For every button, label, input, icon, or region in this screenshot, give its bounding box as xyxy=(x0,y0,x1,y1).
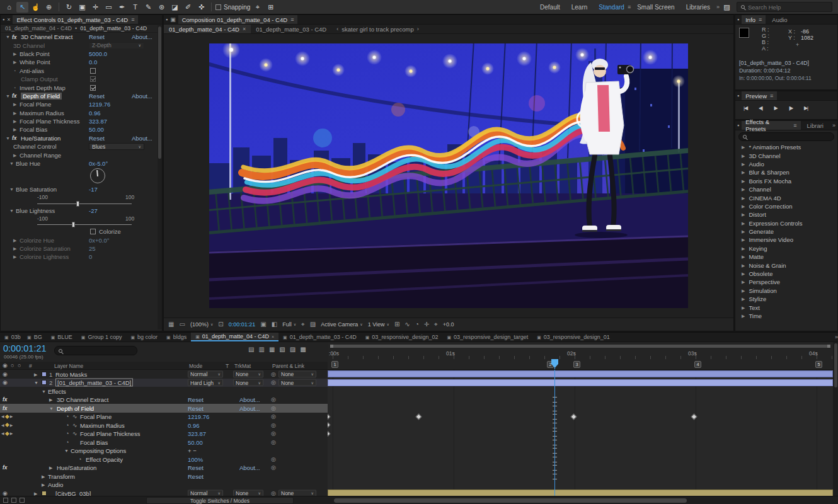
property-value[interactable]: 100% xyxy=(188,455,203,462)
lightness-slider[interactable] xyxy=(37,224,132,225)
twirl-right-icon[interactable]: ▶ xyxy=(742,179,745,183)
close-icon[interactable]: × xyxy=(243,26,246,32)
category-noise-grain[interactable]: ▶Noise & Grain xyxy=(735,261,837,269)
property-value[interactable]: 1219.76 xyxy=(89,101,110,108)
keyframe[interactable] xyxy=(328,413,330,420)
category-channel[interactable]: ▶Channel xyxy=(735,185,837,193)
timeline-tab[interactable]: ▣bg color xyxy=(126,333,162,341)
current-timecode[interactable]: 0:00:01:21 xyxy=(3,343,47,353)
panel-overflow-icon[interactable]: » xyxy=(832,123,835,129)
twirl-down-icon[interactable]: ▼ xyxy=(49,406,54,410)
comp-marker[interactable]: 3 xyxy=(573,361,580,368)
category-blur-sharpen[interactable]: ▶Blur & Sharpen xyxy=(735,168,837,176)
panel-menu-icon[interactable]: ≡ xyxy=(290,17,294,23)
number-column-header[interactable]: # xyxy=(29,363,32,369)
reset-link[interactable]: Reset xyxy=(89,33,105,40)
layer-name[interactable]: Roto Masks xyxy=(55,370,87,377)
nav-right-icon[interactable]: ▶ xyxy=(10,423,13,427)
keyframe[interactable] xyxy=(416,413,422,420)
zoom-tool-icon[interactable]: ⊕ xyxy=(43,2,55,13)
category-distort[interactable]: ▶Distort xyxy=(735,210,837,219)
eye-icon[interactable]: ◉ xyxy=(3,490,8,496)
comp-marker[interactable]: 5 xyxy=(815,361,822,368)
twirl-right-icon[interactable]: ▶ xyxy=(742,255,745,259)
snapshot-icon[interactable]: ▣ xyxy=(260,321,266,328)
close-icon[interactable]: × xyxy=(272,335,274,339)
property-name[interactable]: Focal Plane Thickness xyxy=(80,430,140,437)
previous-frame-icon[interactable]: ◀| xyxy=(755,105,766,111)
tab-info[interactable]: Info ≡ xyxy=(742,15,766,24)
invert-depth-map-checkbox[interactable] xyxy=(90,85,96,91)
fx-badge-icon[interactable]: fx xyxy=(12,135,21,141)
property-row[interactable]: ◔ Effect Opacity 100% ◎ xyxy=(0,455,328,464)
effect-property-row[interactable]: ▶ Focal Plane 1219.76 xyxy=(1,100,162,108)
time-ruler[interactable]: :00s 01s 02s 03s 04s 1 2 3 4 5 xyxy=(328,342,833,370)
puppet-pin-tool-icon[interactable]: ✜ xyxy=(195,2,207,13)
reset-link[interactable]: Reset xyxy=(89,93,105,100)
tab-composition[interactable]: Composition 01_depth_matte_04 - C4D ≡ xyxy=(178,15,298,24)
stopwatch-icon[interactable]: ◔ xyxy=(66,439,69,445)
workspace-libraries[interactable]: Libraries xyxy=(686,4,710,11)
fast-previews-icon[interactable]: ∿ xyxy=(405,321,410,328)
channel-control-dropdown[interactable]: Blues∨ xyxy=(89,143,144,150)
keyframe[interactable] xyxy=(328,422,330,428)
category-matte[interactable]: ▶Matte xyxy=(735,253,837,261)
twirl-right-icon[interactable]: ▶ xyxy=(34,372,37,376)
effect-property-row[interactable]: Channel Control Blues∨ xyxy=(1,142,162,151)
panel-menu-icon[interactable]: ≡ xyxy=(793,123,796,129)
layer-row-selected[interactable]: ◉ ▼ 2 [01_depth_matte_03 - C4D] Hard Lig… xyxy=(0,379,328,387)
twirl-right-icon[interactable]: ▶ xyxy=(13,246,20,251)
pickwhip-icon[interactable]: ◎ xyxy=(271,371,276,377)
workspace-overflow-icon[interactable]: » xyxy=(716,4,720,10)
effect-property-row[interactable]: ▶ Focal Plane Thickness 323.87 xyxy=(1,117,162,125)
category-3d-channel[interactable]: ▶3D Channel xyxy=(735,151,837,159)
exposure-value[interactable]: +0.0 xyxy=(443,321,454,328)
effect-property-row[interactable]: ▶ Colorize Saturation 25 xyxy=(1,244,162,253)
twirl-right-icon[interactable]: ▶ xyxy=(49,466,52,470)
mode-column-header[interactable]: Mode xyxy=(189,363,202,369)
twirl-right-icon[interactable]: ▶ xyxy=(742,289,745,293)
category-simulation[interactable]: ▶Simulation xyxy=(735,287,837,295)
twirl-down-icon[interactable]: ▼ xyxy=(64,449,69,453)
twirl-right-icon[interactable]: ▶ xyxy=(13,60,20,64)
group-row[interactable]: ▶ Audio xyxy=(0,481,328,490)
timeline-tab[interactable]: ▣01_depth_matte_03 - C4D xyxy=(278,333,361,341)
pickwhip-icon[interactable]: ◎ xyxy=(271,490,276,496)
nav-left-icon[interactable]: ◀ xyxy=(1,415,4,418)
pickwhip-icon[interactable]: ◎ xyxy=(271,431,276,437)
pen-tool-icon[interactable]: ✒ xyxy=(116,2,128,13)
reset-link[interactable]: Reset xyxy=(89,135,105,142)
workspace-standard[interactable]: Standard xyxy=(599,4,624,11)
pan-behind-tool-icon[interactable]: ✛ xyxy=(89,2,101,13)
workspace-default[interactable]: Default xyxy=(540,4,560,11)
parent-dropdown[interactable]: None∨ xyxy=(278,370,316,377)
twirl-right-icon[interactable]: ▶ xyxy=(13,52,20,56)
timeline-search-input[interactable] xyxy=(66,348,129,354)
group-name[interactable]: Compositing Options xyxy=(71,447,126,454)
twirl-right-icon[interactable]: ▶ xyxy=(742,272,745,276)
layer-duration-bar[interactable] xyxy=(328,370,833,377)
effect-property-row[interactable]: ▼ Blue Lightness -27 xyxy=(1,207,162,215)
layer-duration-bar[interactable] xyxy=(328,490,833,496)
tab-audio[interactable]: Audio xyxy=(768,15,791,24)
layer-row[interactable]: ◉ ▶ 1 Roto Masks Normal∨ None∨ ◎ None∨ xyxy=(0,370,328,379)
category-keying[interactable]: ▶Keying xyxy=(735,244,837,253)
stopwatch-icon[interactable]: ◔ xyxy=(66,414,69,420)
effect-property-row[interactable]: ◔ Invert Depth Map xyxy=(1,83,162,91)
twirl-down-icon[interactable]: ▼ xyxy=(9,161,16,166)
nav-right-icon[interactable]: ▶ xyxy=(10,432,13,435)
effect-property-row[interactable]: Colorize xyxy=(1,227,162,236)
property-value[interactable]: 1219.76 xyxy=(188,413,209,420)
property-value[interactable]: -17 xyxy=(89,186,98,193)
twirl-right-icon[interactable]: ▶ xyxy=(742,170,745,175)
twirl-right-icon[interactable]: ▶ xyxy=(13,238,20,243)
last-frame-icon[interactable]: ▶| xyxy=(801,105,811,111)
panel-close-icon[interactable]: × xyxy=(7,17,10,23)
motion-blur-icon[interactable]: ▨ xyxy=(290,346,296,353)
twirl-right-icon[interactable]: ▶ xyxy=(13,127,20,132)
breadcrumb-comp-03[interactable]: 01_depth_matte_03 - C4D xyxy=(80,25,147,32)
timeline-tab[interactable]: ▣03_responsive_design_target xyxy=(442,333,532,341)
pickwhip-icon[interactable]: ◎ xyxy=(271,414,276,420)
trkmat-column-header[interactable]: TrkMat xyxy=(234,363,251,369)
property-value[interactable]: 323.87 xyxy=(188,430,206,437)
